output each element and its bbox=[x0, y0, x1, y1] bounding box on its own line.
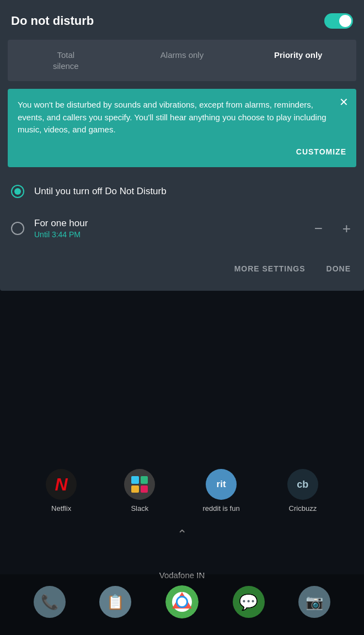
customize-area: CUSTOMIZE bbox=[18, 144, 346, 159]
camera-icon: 📷 bbox=[306, 594, 323, 611]
info-banner: ✕ You won't be disturbed by sounds and v… bbox=[8, 89, 356, 167]
radio-main-text-until-off: Until you turn off Do Not Disturb bbox=[34, 186, 353, 197]
more-settings-button[interactable]: MORE SETTINGS bbox=[232, 260, 308, 278]
dialog-footer: MORE SETTINGS DONE bbox=[0, 249, 364, 291]
apps-area: N Netflix Slack rit reddit is fun cb Cri… bbox=[0, 452, 364, 548]
do-not-disturb-dialog: Do not disturb Totalsilence Alarms only … bbox=[0, 0, 364, 291]
radio-option-one-hour[interactable]: For one hour Until 3:44 PM − + bbox=[0, 208, 364, 249]
netflix-label: Netflix bbox=[51, 504, 71, 513]
whatsapp-icon: 💬 bbox=[239, 593, 258, 611]
cricbuzz-icon: cb bbox=[287, 469, 318, 500]
dock-camera-icon[interactable]: 📷 bbox=[298, 586, 330, 618]
dock-phone-icon[interactable]: 📞 bbox=[34, 586, 66, 618]
cricbuzz-label: Cricbuzz bbox=[289, 504, 317, 513]
increase-hour-button[interactable]: + bbox=[340, 219, 353, 238]
radio-sub-text-one-hour: Until 3:44 PM bbox=[34, 230, 307, 239]
radio-circle-until-off bbox=[11, 185, 24, 198]
slack-icon bbox=[124, 469, 155, 500]
chevron-up-icon: ⌃ bbox=[177, 527, 187, 542]
tab-total-silence[interactable]: Totalsilence bbox=[8, 40, 124, 81]
hour-controls: − + bbox=[312, 219, 353, 238]
done-button[interactable]: DONE bbox=[324, 260, 353, 278]
drawer-handle[interactable]: ⌃ bbox=[11, 521, 353, 548]
app-row: N Netflix Slack rit reddit is fun cb Cri… bbox=[11, 463, 353, 518]
dock-whatsapp-icon[interactable]: 💬 bbox=[233, 586, 265, 618]
slack-label: Slack bbox=[131, 504, 148, 513]
dnd-toggle[interactable] bbox=[324, 13, 353, 29]
dock-messages-icon[interactable]: 📋 bbox=[99, 586, 131, 618]
messages-icon: 📋 bbox=[106, 594, 124, 611]
tab-alarms-only[interactable]: Alarms only bbox=[124, 40, 240, 81]
dock: 📞 📋 💬 📷 bbox=[0, 574, 364, 635]
app-item-netflix[interactable]: N Netflix bbox=[46, 469, 77, 513]
svg-point-3 bbox=[178, 597, 186, 606]
tab-priority-only[interactable]: Priority only bbox=[240, 40, 356, 81]
chrome-svg bbox=[165, 585, 199, 618]
radio-option-until-off[interactable]: Until you turn off Do Not Disturb bbox=[0, 175, 364, 208]
phone-icon: 📞 bbox=[41, 594, 58, 611]
app-item-cricbuzz[interactable]: cb Cricbuzz bbox=[287, 469, 318, 513]
reddit-icon: rit bbox=[206, 469, 237, 500]
banner-text: You won't be disturbed by sounds and vib… bbox=[18, 99, 346, 136]
app-item-slack[interactable]: Slack bbox=[124, 469, 155, 513]
customize-button[interactable]: CUSTOMIZE bbox=[296, 144, 346, 159]
radio-label-until-off: Until you turn off Do Not Disturb bbox=[34, 186, 353, 197]
radio-label-one-hour: For one hour Until 3:44 PM bbox=[34, 218, 307, 239]
banner-close-button[interactable]: ✕ bbox=[339, 97, 349, 108]
dock-chrome-icon[interactable] bbox=[165, 585, 199, 618]
radio-circle-one-hour bbox=[11, 222, 24, 235]
decrease-hour-button[interactable]: − bbox=[312, 219, 325, 238]
netflix-icon: N bbox=[46, 469, 77, 500]
app-item-reddit[interactable]: rit reddit is fun bbox=[202, 469, 239, 513]
radio-main-text-one-hour: For one hour bbox=[34, 218, 307, 229]
reddit-label: reddit is fun bbox=[202, 504, 239, 513]
dialog-title: Do not disturb bbox=[11, 14, 94, 28]
mode-tabs: Totalsilence Alarms only Priority only bbox=[8, 40, 356, 81]
dialog-header: Do not disturb bbox=[0, 0, 364, 40]
